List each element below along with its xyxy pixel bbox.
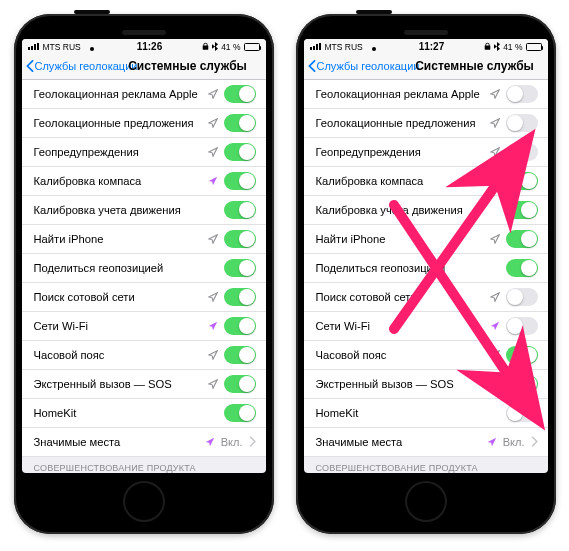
toggle[interactable] bbox=[506, 230, 538, 248]
toggle[interactable] bbox=[506, 288, 538, 306]
toggle[interactable] bbox=[506, 404, 538, 422]
item-label: Геопредупреждения bbox=[34, 146, 202, 158]
list-item: Поделиться геопозицией bbox=[304, 254, 548, 283]
item-label: Поиск сотовой сети bbox=[34, 291, 202, 303]
clock-label: 11:26 bbox=[101, 41, 198, 52]
toggle[interactable] bbox=[224, 85, 256, 103]
item-label: Калибровка учета движения bbox=[316, 204, 500, 216]
status-right: 41 % bbox=[484, 42, 541, 52]
wifi-icon bbox=[369, 43, 379, 51]
status-right: 41 % bbox=[202, 42, 259, 52]
item-label: Поиск сотовой сети bbox=[316, 291, 484, 303]
item-label: Геолокационные предложения bbox=[316, 117, 484, 129]
list-item: Геолокационные предложения bbox=[304, 109, 548, 138]
item-label: Значимые места bbox=[34, 436, 199, 448]
list-item: Найти iPhone bbox=[304, 225, 548, 254]
item-label: Найти iPhone bbox=[34, 233, 202, 245]
location-arrow-icon bbox=[208, 118, 218, 128]
item-label: Часовой пояс bbox=[34, 349, 202, 361]
location-arrow-icon bbox=[490, 234, 500, 244]
toggle[interactable] bbox=[224, 317, 256, 335]
item-label: Экстренный вызов — SOS bbox=[34, 378, 202, 390]
chevron-right-icon bbox=[531, 436, 538, 447]
item-label: Найти iPhone bbox=[316, 233, 484, 245]
toggle[interactable] bbox=[224, 346, 256, 364]
orientation-lock-icon bbox=[484, 42, 491, 51]
item-label: Часовой пояс bbox=[316, 349, 484, 361]
back-button[interactable]: Службы геолокации bbox=[26, 60, 138, 72]
toggle[interactable] bbox=[506, 317, 538, 335]
toggle[interactable] bbox=[506, 201, 538, 219]
toggle[interactable] bbox=[506, 85, 538, 103]
toggle[interactable] bbox=[506, 346, 538, 364]
significant-locations-link[interactable]: Значимые места Вкл. bbox=[22, 428, 266, 457]
item-label: Геолокационные предложения bbox=[34, 117, 202, 129]
list-item: Экстренный вызов — SOS bbox=[304, 370, 548, 399]
screen: MTS RUS 11:27 41 % Службы геолокации Сис… bbox=[304, 39, 548, 473]
list-item: Геолокационная реклама Apple bbox=[304, 80, 548, 109]
phone-left: MTS RUS 11:26 41 % Службы геолокации Сис… bbox=[14, 14, 274, 534]
carrier-label: MTS RUS bbox=[43, 42, 81, 52]
list-item: Калибровка учета движения bbox=[304, 196, 548, 225]
toggle[interactable] bbox=[224, 375, 256, 393]
location-arrow-icon bbox=[490, 89, 500, 99]
settings-list: Геолокационная реклама Apple Геолокацион… bbox=[22, 80, 266, 457]
location-arrow-icon bbox=[208, 147, 218, 157]
speaker-slot bbox=[122, 30, 166, 35]
item-label: Поделиться геопозицией bbox=[316, 262, 500, 274]
toggle[interactable] bbox=[224, 114, 256, 132]
list-item: Поиск сотовой сети bbox=[304, 283, 548, 312]
phone-right: MTS RUS 11:27 41 % Службы геолокации Сис… bbox=[296, 14, 556, 534]
toggle[interactable] bbox=[224, 230, 256, 248]
home-button[interactable] bbox=[405, 481, 447, 522]
list-item: Калибровка компаса bbox=[304, 167, 548, 196]
list-item: HomeKit bbox=[22, 399, 266, 428]
location-arrow-icon bbox=[208, 234, 218, 244]
item-label: Геолокационная реклама Apple bbox=[316, 88, 484, 100]
list-item: Часовой пояс bbox=[304, 341, 548, 370]
location-arrow-icon bbox=[208, 350, 218, 360]
toggle[interactable] bbox=[506, 172, 538, 190]
location-arrow-icon bbox=[208, 292, 218, 302]
significant-locations-link[interactable]: Значимые места Вкл. bbox=[304, 428, 548, 457]
list-item: Экстренный вызов — SOS bbox=[22, 370, 266, 399]
list-item: Часовой пояс bbox=[22, 341, 266, 370]
battery-pct-label: 41 % bbox=[503, 42, 522, 52]
status-bar: MTS RUS 11:27 41 % bbox=[304, 39, 548, 54]
signal-icon bbox=[310, 43, 321, 51]
toggle[interactable] bbox=[224, 172, 256, 190]
list-item: Геопредупреждения bbox=[304, 138, 548, 167]
list-item: Найти iPhone bbox=[22, 225, 266, 254]
toggle[interactable] bbox=[506, 259, 538, 277]
location-arrow-icon bbox=[490, 147, 500, 157]
toggle[interactable] bbox=[224, 404, 256, 422]
toggle[interactable] bbox=[224, 201, 256, 219]
signal-icon bbox=[28, 43, 39, 51]
item-label: Калибровка компаса bbox=[34, 175, 202, 187]
toggle[interactable] bbox=[224, 143, 256, 161]
location-arrow-icon bbox=[208, 321, 218, 331]
list-item: Геопредупреждения bbox=[22, 138, 266, 167]
chevron-left-icon bbox=[308, 60, 316, 72]
toggle[interactable] bbox=[224, 259, 256, 277]
list-item: Поиск сотовой сети bbox=[22, 283, 266, 312]
list-item: Калибровка компаса bbox=[22, 167, 266, 196]
location-arrow-icon bbox=[490, 350, 500, 360]
battery-icon bbox=[244, 43, 260, 51]
orientation-lock-icon bbox=[202, 42, 209, 51]
back-label: Службы геолокации bbox=[35, 60, 138, 72]
screen: MTS RUS 11:26 41 % Службы геолокации Сис… bbox=[22, 39, 266, 473]
list-item: Поделиться геопозицией bbox=[22, 254, 266, 283]
back-button[interactable]: Службы геолокации bbox=[308, 60, 420, 72]
toggle[interactable] bbox=[506, 114, 538, 132]
item-label: Калибровка компаса bbox=[316, 175, 484, 187]
item-label: Калибровка учета движения bbox=[34, 204, 218, 216]
battery-pct-label: 41 % bbox=[221, 42, 240, 52]
list-item: Сети Wi-Fi bbox=[304, 312, 548, 341]
toggle[interactable] bbox=[224, 288, 256, 306]
toggle[interactable] bbox=[506, 375, 538, 393]
location-arrow-icon bbox=[490, 292, 500, 302]
location-arrow-icon bbox=[487, 437, 497, 447]
home-button[interactable] bbox=[123, 481, 165, 522]
toggle[interactable] bbox=[506, 143, 538, 161]
